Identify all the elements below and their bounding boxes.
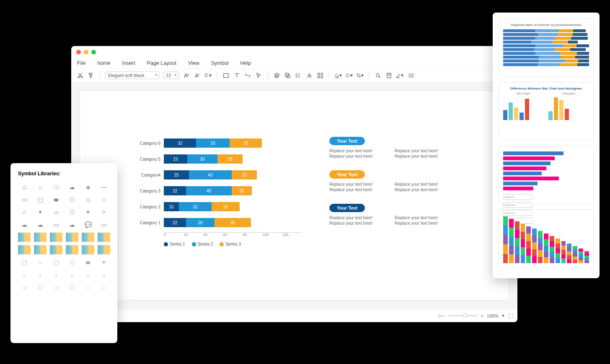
placeholder-text[interactable]: Replace your text here! <box>329 154 390 159</box>
placeholder-text[interactable]: Replace your text here! <box>329 149 390 153</box>
rectangle-icon[interactable] <box>222 72 230 79</box>
flip-icon[interactable] <box>305 72 313 79</box>
format-painter-icon[interactable] <box>87 72 95 79</box>
menu-home[interactable]: home <box>97 60 110 66</box>
symbol-shape[interactable]: ▢ <box>50 258 62 267</box>
zoom-level[interactable]: 100% <box>487 313 499 318</box>
template-thumbnail-2[interactable]: Difference Between Bar Chart and Histogr… <box>499 82 594 141</box>
menu-help[interactable]: Help <box>240 60 251 66</box>
symbol-shape[interactable]: ▭ <box>18 195 31 204</box>
symbol-shape[interactable]: ○ <box>34 270 47 279</box>
symbol-chart[interactable] <box>82 233 94 242</box>
symbol-shape[interactable]: ⬭ <box>50 182 62 192</box>
fill-color-icon[interactable]: ▾ <box>334 72 342 79</box>
menu-view[interactable]: View <box>188 60 199 66</box>
symbol-chart[interactable] <box>98 245 110 254</box>
canvas-area[interactable]: Category 6323332Category 5233025Category… <box>71 82 517 309</box>
symbol-shape[interactable]: ○ <box>34 182 47 192</box>
font-increase-icon[interactable] <box>182 72 190 79</box>
zoom-out-button[interactable]: − <box>442 313 445 318</box>
symbol-chart[interactable] <box>98 233 110 242</box>
symbol-shape[interactable]: ○ <box>98 283 110 292</box>
stacked-bar-chart[interactable]: Category 6323332Category 5233025Category… <box>134 137 302 246</box>
font-select[interactable]: Elegant soft black <box>105 72 160 79</box>
pointer-icon[interactable] <box>255 72 262 79</box>
symbol-shape[interactable]: ◇ <box>18 182 31 192</box>
zoom-slider[interactable] <box>448 315 477 316</box>
placeholder-text[interactable]: Replace your text here! <box>395 154 455 159</box>
more-icon[interactable] <box>407 72 414 79</box>
symbol-shape[interactable]: ✦ <box>98 258 110 267</box>
zoom-in-button[interactable]: + <box>481 313 483 318</box>
crop-icon[interactable]: ▾ <box>356 72 364 79</box>
symbol-chart[interactable] <box>34 233 47 242</box>
templates-panel[interactable]: Regional sales of turnover by products/s… <box>493 13 600 278</box>
template-thumbnail-4[interactable] <box>499 209 594 268</box>
search-icon[interactable] <box>374 72 382 79</box>
template-thumbnail-3[interactable]: note textnote textnote textnote text <box>499 146 594 204</box>
symbol-shape[interactable]: ○ <box>50 283 62 292</box>
close-button[interactable] <box>76 50 81 54</box>
symbol-shape[interactable]: ○ <box>82 283 94 292</box>
pen-color-icon[interactable]: ▾ <box>396 72 403 79</box>
font-decrease-icon[interactable] <box>193 72 201 79</box>
symbol-shape[interactable]: ○ <box>18 283 31 292</box>
symbol-shape[interactable]: ○ <box>50 270 62 279</box>
symbol-shape[interactable]: ⬡ <box>34 283 47 292</box>
symbol-shape[interactable]: ◇ <box>82 195 94 204</box>
placeholder-text[interactable]: Replace your text here! <box>329 182 390 187</box>
align-icon[interactable]: ▾ <box>204 72 212 79</box>
symbol-chart[interactable] <box>50 233 62 242</box>
symbol-shape[interactable]: ⬡ <box>66 208 78 217</box>
canvas[interactable]: Category 6323332Category 5233025Category… <box>80 90 509 300</box>
menu-file[interactable]: File <box>77 60 85 66</box>
symbol-shape[interactable]: ⬬ <box>82 258 94 267</box>
menu-symbol[interactable]: Symbol <box>211 60 229 66</box>
symbol-shape[interactable]: ✶ <box>82 208 94 217</box>
placeholder-text[interactable]: Replace your text here! <box>395 215 455 220</box>
placeholder-text[interactable]: Replace your text here! <box>329 215 390 220</box>
symbol-chart[interactable] <box>82 245 94 254</box>
maximize-button[interactable] <box>91 50 96 54</box>
symbol-shape[interactable]: ▱ <box>50 208 62 217</box>
symbol-shape[interactable]: ✦ <box>34 208 47 217</box>
symbol-shape[interactable]: ✧ <box>98 208 110 217</box>
symbol-chart[interactable] <box>50 245 62 254</box>
symbol-shape[interactable]: ○ <box>66 270 78 279</box>
distribute-icon[interactable] <box>316 72 324 79</box>
placeholder-text[interactable]: Replace your text here! <box>329 221 390 226</box>
symbol-shape[interactable]: ☁ <box>18 220 31 229</box>
symbol-chart[interactable] <box>66 245 78 254</box>
symbol-shape[interactable]: ☁ <box>66 182 78 192</box>
align-objects-icon[interactable] <box>295 72 302 79</box>
symbol-chart[interactable] <box>66 233 78 242</box>
symbol-shape[interactable]: ⬡ <box>66 283 78 292</box>
symbol-chart[interactable] <box>34 245 47 254</box>
fullscreen-icon[interactable]: ⛶ <box>509 313 513 318</box>
symbol-shape[interactable]: ▭ <box>98 220 110 229</box>
symbol-shape[interactable]: ⬬ <box>50 195 62 204</box>
placeholder-text[interactable]: Replace your text here! <box>395 221 455 226</box>
symbol-shape[interactable]: ◇ <box>66 258 78 267</box>
group-icon[interactable] <box>284 72 291 79</box>
menu-page-layout[interactable]: Page Layout <box>147 60 176 66</box>
symbol-libraries-panel[interactable]: Symbol Libraries: ◇○⬭☁◈—▭▢⬬⬡◇○☆✦▱⬡✶✧☁☁▭☁… <box>10 163 117 343</box>
symbol-shape[interactable]: ☆ <box>18 208 31 217</box>
symbol-shape[interactable]: ☁ <box>66 220 78 229</box>
symbol-shape[interactable]: ⬡ <box>66 195 78 204</box>
page-icon[interactable] <box>385 72 393 79</box>
symbol-shape[interactable]: ▢ <box>34 195 47 204</box>
placeholder-text[interactable]: Replace your text here! <box>395 149 455 153</box>
symbol-shape[interactable]: ◈ <box>82 182 94 192</box>
menu-insert[interactable]: Insert <box>122 60 135 66</box>
cut-icon[interactable] <box>76 72 84 79</box>
size-select[interactable]: 12 <box>163 72 179 79</box>
placeholder-text[interactable]: Replace your text here! <box>395 182 455 187</box>
connector-icon[interactable] <box>244 72 251 79</box>
symbol-shape[interactable]: ○ <box>98 195 110 204</box>
symbol-shape[interactable]: ☁ <box>34 220 47 229</box>
symbol-shape[interactable]: ○ <box>18 270 31 279</box>
section-pill[interactable]: Your Text <box>329 204 365 212</box>
symbol-chart[interactable] <box>18 245 31 254</box>
section-pill[interactable]: Your Text <box>329 137 365 145</box>
